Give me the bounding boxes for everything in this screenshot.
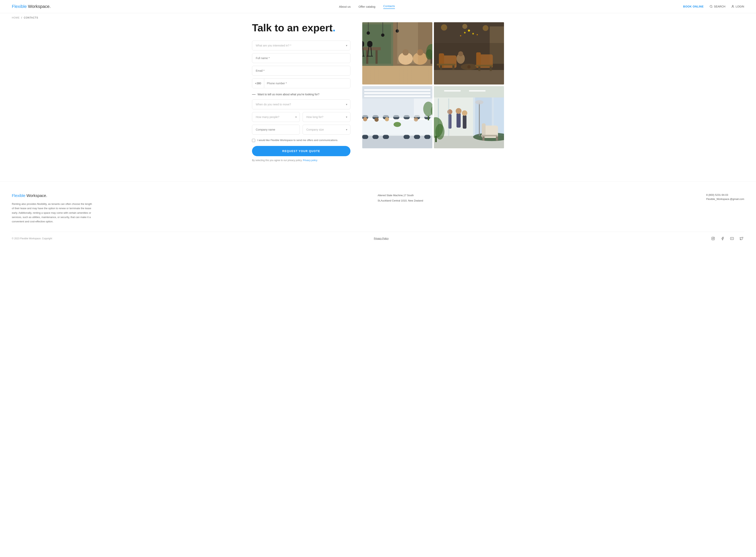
nav-about[interactable]: About us bbox=[339, 5, 351, 8]
fullname-input[interactable] bbox=[252, 53, 351, 63]
photo-2 bbox=[434, 22, 504, 85]
svg-rect-68 bbox=[362, 118, 432, 120]
svg-point-42 bbox=[477, 34, 478, 35]
photo-grid bbox=[362, 22, 504, 148]
svg-rect-67 bbox=[362, 118, 432, 135]
footer-top: Flexible Workspace. Renting also provide… bbox=[12, 194, 744, 224]
svg-rect-33 bbox=[434, 22, 504, 85]
phone-prefix: +380 bbox=[252, 79, 264, 88]
breadcrumb-separator: / bbox=[21, 16, 23, 19]
phone-input[interactable] bbox=[264, 79, 350, 88]
svg-point-56 bbox=[457, 53, 465, 64]
svg-point-36 bbox=[462, 24, 467, 29]
toggle-section: — Want to tell us more about what you're… bbox=[252, 92, 351, 135]
svg-rect-105 bbox=[457, 113, 461, 128]
svg-point-9 bbox=[381, 33, 385, 37]
svg-rect-109 bbox=[448, 114, 452, 128]
svg-rect-69 bbox=[362, 115, 368, 119]
svg-rect-32 bbox=[434, 22, 504, 39]
page-title: Talk to an expert. bbox=[252, 22, 351, 33]
logo[interactable]: Flexible Workspace. bbox=[12, 4, 51, 9]
svg-point-120 bbox=[713, 238, 714, 239]
svg-rect-34 bbox=[434, 70, 504, 85]
row-inputs-2: Company size bbox=[252, 125, 351, 135]
footer-brand: Flexible Workspace. Renting also provide… bbox=[12, 194, 94, 224]
svg-point-121 bbox=[714, 237, 714, 238]
footer-logo: Flexible Workspace. bbox=[12, 194, 94, 198]
footer-logo-brand: Flexible bbox=[12, 194, 25, 198]
svg-point-113 bbox=[434, 117, 443, 138]
company-size-select[interactable]: Company size bbox=[303, 125, 351, 135]
svg-point-57 bbox=[458, 51, 463, 56]
svg-rect-90 bbox=[428, 116, 429, 120]
svg-point-24 bbox=[398, 52, 413, 65]
submit-button[interactable]: REQUEST YOUR QUOTE bbox=[252, 146, 351, 156]
login-button[interactable]: LOGIN bbox=[731, 5, 744, 8]
header: Flexible Workspace. About us Offer catal… bbox=[0, 0, 756, 13]
breadcrumb-home[interactable]: HOME bbox=[12, 16, 20, 19]
book-online-button[interactable]: BOOK ONLINE bbox=[683, 5, 704, 8]
svg-rect-3 bbox=[362, 22, 432, 66]
header-actions: BOOK ONLINE SEARCH LOGIN bbox=[683, 5, 744, 8]
svg-rect-74 bbox=[414, 115, 420, 119]
svg-point-106 bbox=[456, 108, 461, 114]
company-name-input[interactable] bbox=[252, 125, 300, 135]
email-group bbox=[252, 66, 351, 76]
footer-logo-name: Workspace. bbox=[25, 194, 47, 198]
svg-point-49 bbox=[461, 64, 477, 70]
svg-rect-28 bbox=[430, 53, 432, 64]
svg-rect-80 bbox=[414, 135, 420, 139]
nav-offer[interactable]: Offer catalog bbox=[359, 5, 375, 8]
privacy-link[interactable]: Privacy policy bbox=[303, 159, 317, 162]
svg-rect-23 bbox=[367, 56, 373, 57]
youtube-icon[interactable] bbox=[729, 236, 735, 241]
svg-point-91 bbox=[431, 105, 432, 117]
checkbox-label[interactable]: I would like Flexible Workspace to send … bbox=[257, 139, 338, 142]
twitter-icon[interactable] bbox=[739, 236, 744, 241]
facebook-icon[interactable] bbox=[720, 236, 725, 241]
svg-point-30 bbox=[426, 49, 432, 60]
search-label: SEARCH bbox=[714, 5, 725, 8]
people-select[interactable]: How many people? bbox=[252, 112, 300, 122]
svg-line-21 bbox=[368, 47, 368, 56]
breadcrumb: HOME / CONTACTS bbox=[0, 13, 756, 22]
offers-checkbox[interactable] bbox=[252, 139, 255, 142]
svg-rect-12 bbox=[362, 47, 381, 50]
svg-rect-65 bbox=[364, 95, 430, 97]
svg-rect-63 bbox=[364, 89, 430, 91]
move-select[interactable]: When do you need to move? bbox=[252, 99, 351, 109]
svg-rect-75 bbox=[424, 115, 430, 119]
photo-4 bbox=[434, 86, 504, 148]
svg-rect-77 bbox=[372, 135, 379, 139]
fullname-group bbox=[252, 53, 351, 63]
footer: Flexible Workspace. Renting also provide… bbox=[0, 181, 756, 247]
svg-rect-119 bbox=[712, 237, 715, 240]
svg-point-37 bbox=[483, 25, 488, 31]
nav-contacts[interactable]: Contacts bbox=[383, 4, 395, 9]
svg-rect-111 bbox=[438, 98, 439, 136]
svg-rect-76 bbox=[362, 135, 368, 139]
expandable-fields: When do you need to move? How many peopl… bbox=[252, 99, 351, 135]
svg-rect-99 bbox=[482, 123, 485, 138]
svg-rect-55 bbox=[490, 66, 492, 71]
email-input[interactable] bbox=[252, 66, 351, 76]
svg-rect-73 bbox=[403, 115, 410, 119]
privacy-note: By selecting this you agree to our priva… bbox=[252, 159, 351, 162]
interest-select[interactable]: What are you interested in? * bbox=[252, 40, 351, 51]
footer-privacy-link[interactable]: Privacy Policy bbox=[374, 237, 389, 240]
svg-rect-15 bbox=[375, 50, 377, 64]
svg-rect-102 bbox=[496, 137, 498, 141]
toggle-label[interactable]: — Want to tell us more about what you're… bbox=[252, 92, 351, 96]
breadcrumb-current: CONTACTS bbox=[24, 16, 38, 19]
search-button[interactable]: SEARCH bbox=[709, 5, 725, 8]
svg-point-82 bbox=[363, 117, 367, 121]
svg-rect-2 bbox=[362, 64, 432, 85]
instagram-icon[interactable] bbox=[710, 236, 716, 241]
svg-rect-4 bbox=[362, 22, 393, 66]
phone-wrapper: +380 bbox=[252, 78, 351, 88]
minus-icon: — bbox=[252, 92, 255, 96]
svg-point-35 bbox=[441, 24, 447, 31]
main-content: Talk to an expert. What are you interest… bbox=[240, 22, 516, 174]
footer-email: Flexible_Workspace.@gmail.com bbox=[706, 198, 744, 201]
duration-select[interactable]: How long for? bbox=[303, 112, 351, 122]
